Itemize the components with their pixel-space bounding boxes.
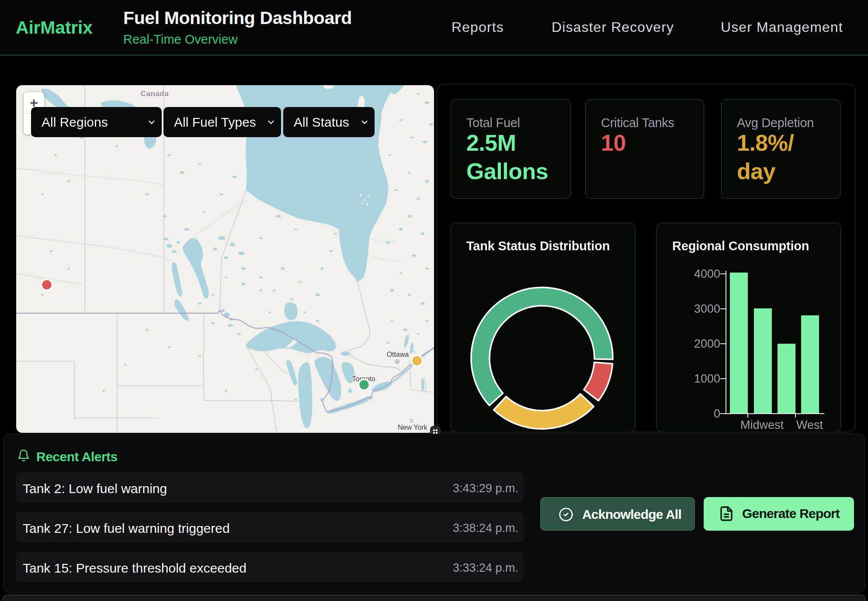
svg-text:Ottawa: Ottawa [387,351,409,358]
svg-text:New York: New York [398,424,428,431]
svg-text:Canada: Canada [141,90,169,98]
